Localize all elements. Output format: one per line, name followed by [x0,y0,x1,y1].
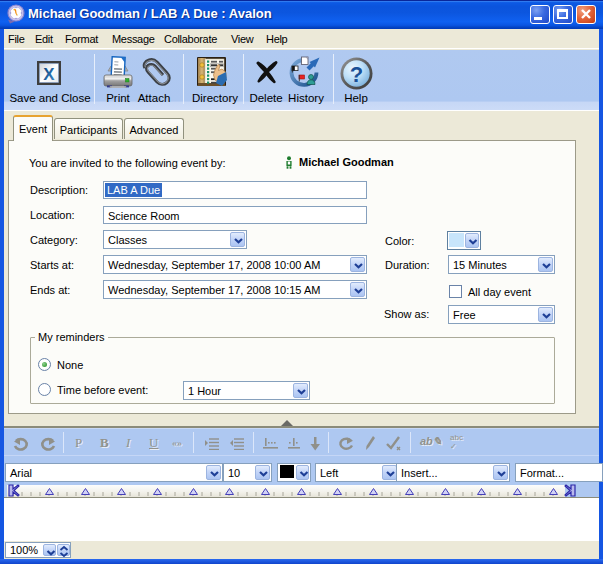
svg-text:X: X [43,65,55,84]
svg-text:?: ? [350,62,363,87]
